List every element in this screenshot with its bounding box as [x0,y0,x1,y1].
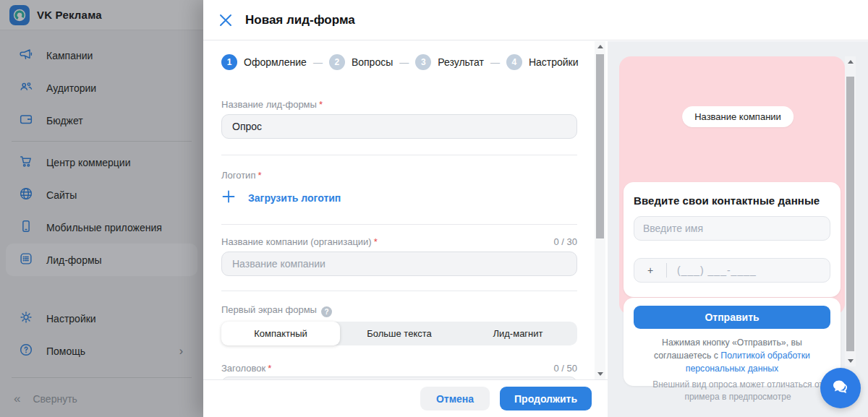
step-number-badge: 1 [221,54,237,70]
required-asterisk: * [319,99,323,110]
title-char-counter: 0 / 50 [553,363,577,374]
modal-title: Новая лид-форма [245,13,355,27]
continue-button[interactable]: Продолжить [500,387,592,410]
scroll-up-arrow-icon[interactable] [597,45,603,48]
preview-submit-button[interactable]: Отправить [634,306,830,329]
support-chat-button[interactable] [820,368,861,408]
scroll-down-arrow-icon[interactable] [597,372,603,376]
step-questions[interactable]: 2 Вопросы [329,54,393,70]
step-label: Результат [438,56,484,68]
section-divider [221,155,577,155]
plus-icon [221,189,236,207]
step-result[interactable]: 3 Результат [415,54,484,70]
vk-ads-app: VK Реклама Кампании Аудитории Бюджет [0,0,868,417]
close-icon[interactable] [218,12,234,28]
step-label: Вопросы [352,56,393,68]
title-label-row: Заголовок* 0 / 50 [221,363,577,374]
preview-contact-title: Введите свои контактные данные [634,194,830,207]
step-separator: — [313,57,323,68]
chat-bubbles-icon [830,376,851,400]
step-label: Оформление [244,56,307,68]
tab-more-text[interactable]: Больше текста [340,322,459,345]
preview-submit-card: Отправить Нажимая кнопку «Отправить», вы… [624,298,841,386]
phone-prefix: + [634,265,666,276]
tab-compact[interactable]: Компактный [221,322,340,345]
step-label: Настройки [529,56,579,68]
modal-header: Новая лид-форма [203,0,868,40]
required-asterisk: * [268,363,271,374]
step-settings[interactable]: 4 Настройки [506,54,579,70]
first-screen-label: Первый экран формы? [221,304,577,317]
stepper: 1 Оформление — 2 Вопросы — 3 Результат —… [221,53,577,72]
required-asterisk: * [258,170,261,181]
modal-footer: Отмена Продолжить [203,379,608,417]
preview-contact-card: Введите свои контактные данные + (___) _… [624,182,841,297]
company-label-row: Название компании (организации)* 0 / 30 [221,236,577,247]
modal-backdrop[interactable] [0,0,203,417]
required-asterisk: * [374,236,378,247]
scroll-down-arrow-icon[interactable] [848,359,854,363]
upload-logo-button[interactable]: Загрузить логотип [221,189,577,207]
step-separator: — [490,57,500,68]
scroll-up-arrow-icon[interactable] [848,60,854,64]
preview-disclaimer: Внешний вид опроса может отличаться от п… [637,379,839,403]
preview-name-input[interactable] [634,216,830,241]
company-name-input[interactable] [221,252,577,276]
preview-legal-text: Нажимая кнопку «Отправить», вы соглашает… [634,337,830,375]
form-name-input[interactable] [221,114,577,139]
upload-logo-label: Загрузить логотип [248,192,341,204]
first-screen-tabs: Компактный Больше текста Лид-магнит [221,322,577,345]
company-label: Название компании (организации)* [221,236,378,247]
step-separator: — [399,57,409,68]
tab-lead-magnet[interactable]: Лид-магнит [459,322,577,345]
phone-mask-placeholder: (___) ___-____ [677,265,757,276]
preview-scrollbar[interactable] [845,56,856,366]
step-number-badge: 2 [329,54,345,70]
preview-company-pill: Название компании [682,106,793,127]
cancel-button[interactable]: Отмена [420,387,490,410]
scrollbar-thumb[interactable] [596,54,604,238]
form-preview-pane: Название компании Введите свои контактны… [608,41,868,417]
section-divider [221,291,577,291]
preview-phone-input[interactable]: + (___) ___-____ [634,258,830,283]
form-scrollbar[interactable] [595,41,605,379]
step-design[interactable]: 1 Оформление [221,54,307,70]
step-number-badge: 4 [506,54,522,70]
company-char-counter: 0 / 30 [553,236,577,247]
section-divider [221,224,577,225]
lead-form-editor: 1 Оформление — 2 Вопросы — 3 Результат —… [203,41,608,379]
new-lead-form-modal: Новая лид-форма 1 Оформление — 2 Вопросы… [203,0,868,417]
step-number-badge: 3 [415,54,431,70]
logo-label: Логотип* [221,170,577,181]
form-name-label: Название лид-формы* [221,99,577,110]
title-label: Заголовок* [221,363,271,374]
help-icon[interactable]: ? [321,306,332,317]
phone-separator [666,263,667,278]
scrollbar-thumb[interactable] [846,77,854,351]
